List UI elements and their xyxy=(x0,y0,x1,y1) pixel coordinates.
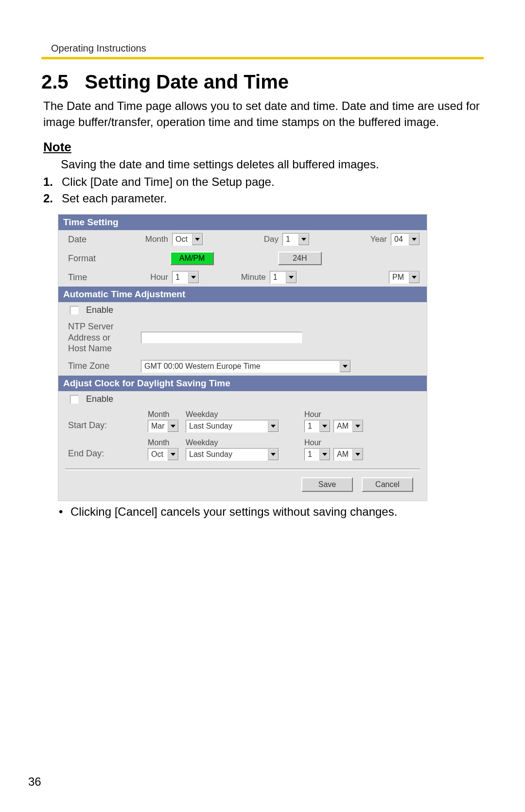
svg-marker-4 xyxy=(289,276,294,279)
year-value: 04 xyxy=(391,234,409,245)
chevron-down-icon xyxy=(352,420,363,432)
hour-label: Hour xyxy=(141,272,170,282)
date-label: Date xyxy=(68,235,141,245)
note-text: Saving the date and time settings delete… xyxy=(61,158,484,171)
svg-marker-9 xyxy=(322,425,327,428)
timezone-label: Time Zone xyxy=(68,361,141,371)
minute-select[interactable]: 1 xyxy=(270,271,297,284)
svg-marker-13 xyxy=(322,453,327,456)
start-weekday-value: Last Sunday xyxy=(186,420,268,432)
dst-enable-checkbox[interactable] xyxy=(70,395,79,404)
ampm-select[interactable]: PM xyxy=(389,271,420,284)
start-month-value: Mar xyxy=(148,420,168,432)
step-1-text: Click [Date and Time] on the Setup page. xyxy=(62,175,275,189)
time-row: Time Hour 1 Minute 1 PM xyxy=(58,268,427,287)
start-month-head: Month xyxy=(148,410,169,419)
chevron-down-icon xyxy=(409,271,420,283)
year-label: Year xyxy=(370,235,389,244)
chevron-down-icon xyxy=(319,449,330,460)
time-label: Time xyxy=(68,272,141,283)
hour-value: 1 xyxy=(173,271,188,283)
end-weekday-value: Last Sunday xyxy=(186,449,268,460)
chevron-down-icon xyxy=(298,234,309,245)
auto-adjust-bar: Automatic Time Adjustment xyxy=(58,287,427,302)
chevron-down-icon xyxy=(409,234,420,245)
end-ampm-select[interactable]: AM xyxy=(333,448,364,461)
note-heading: Note xyxy=(43,140,484,155)
chevron-down-icon xyxy=(352,449,363,460)
dst-start-row: Start Day: Month Mar Weekday Last Sunday… xyxy=(58,407,427,435)
month-value: Oct xyxy=(173,234,192,245)
svg-marker-3 xyxy=(191,276,196,279)
svg-marker-12 xyxy=(271,453,276,456)
cancel-button[interactable]: Cancel xyxy=(362,477,413,492)
end-month-head: Month xyxy=(148,438,169,447)
chevron-down-icon xyxy=(340,361,350,372)
start-weekday-select[interactable]: Last Sunday xyxy=(186,420,279,433)
svg-marker-6 xyxy=(343,365,348,368)
dst-enable-label: Enable xyxy=(86,394,113,404)
section-title: Setting Date and Time xyxy=(85,71,289,93)
format-ampm-button[interactable]: AM/PM xyxy=(170,252,214,265)
ntp-label-l3: Host Name xyxy=(68,343,112,353)
format-row: Format AM/PM 24H xyxy=(58,249,427,268)
start-day-label: Start Day: xyxy=(68,420,141,433)
end-month-value: Oct xyxy=(148,449,168,460)
day-label: Day xyxy=(264,235,280,244)
header-rule xyxy=(41,57,484,59)
running-header: Operating Instructions xyxy=(51,43,484,54)
chevron-down-icon xyxy=(268,449,279,460)
svg-marker-11 xyxy=(171,453,175,456)
year-select[interactable]: 04 xyxy=(391,233,420,246)
save-button[interactable]: Save xyxy=(301,477,353,492)
hour-select[interactable]: 1 xyxy=(172,271,199,284)
ntp-label: NTP Server Address or Host Name xyxy=(68,321,141,354)
divider xyxy=(65,469,420,470)
minute-value: 1 xyxy=(270,271,286,283)
auto-enable-checkbox[interactable] xyxy=(70,306,79,315)
end-hour-head: Hour xyxy=(304,438,321,447)
section-intro: The Date and Time page allows you to set… xyxy=(43,98,484,130)
start-ampm-value: AM xyxy=(334,420,352,432)
dst-enable-row: Enable xyxy=(58,391,427,407)
start-month-select[interactable]: Mar xyxy=(148,420,179,433)
day-select[interactable]: 1 xyxy=(282,233,310,246)
chevron-down-icon xyxy=(168,420,178,432)
svg-marker-1 xyxy=(301,238,306,241)
ntp-input[interactable] xyxy=(141,332,302,343)
chevron-down-icon xyxy=(319,420,330,432)
section-number: 2.5 xyxy=(41,71,69,93)
month-select[interactable]: Oct xyxy=(172,233,203,246)
month-label: Month xyxy=(141,235,170,244)
ntp-row: NTP Server Address or Host Name xyxy=(58,318,427,357)
svg-marker-14 xyxy=(355,453,360,456)
date-row: Date Month Oct Day 1 Year 04 xyxy=(58,230,427,249)
time-setting-bar: Time Setting xyxy=(58,215,427,230)
start-weekday-head: Weekday xyxy=(186,410,218,419)
start-hour-value: 1 xyxy=(305,420,319,432)
format-label: Format xyxy=(68,253,141,264)
button-row: Save Cancel xyxy=(58,477,427,492)
end-hour-value: 1 xyxy=(305,449,319,460)
end-month-select[interactable]: Oct xyxy=(148,448,179,461)
format-24h-button[interactable]: 24H xyxy=(278,252,322,265)
end-hour-select[interactable]: 1 xyxy=(304,448,331,461)
timezone-row: Time Zone GMT 00:00 Western Europe Time xyxy=(58,357,427,376)
start-ampm-select[interactable]: AM xyxy=(333,420,364,433)
start-hour-select[interactable]: 1 xyxy=(304,420,331,433)
footnote-text: Clicking [Cancel] cancels your settings … xyxy=(70,505,397,518)
ntp-label-l2: Address or xyxy=(68,333,110,343)
end-ampm-value: AM xyxy=(334,449,352,460)
svg-marker-5 xyxy=(412,276,417,279)
svg-marker-8 xyxy=(271,425,276,428)
ampm-value: PM xyxy=(389,271,409,283)
auto-enable-label: Enable xyxy=(86,305,113,315)
auto-enable-row: Enable xyxy=(58,302,427,318)
timezone-value: GMT 00:00 Western Europe Time xyxy=(141,361,340,372)
svg-marker-10 xyxy=(355,425,360,428)
step-2-number: 2. xyxy=(43,192,58,205)
step-2-text: Set each parameter. xyxy=(62,192,167,205)
end-weekday-select[interactable]: Last Sunday xyxy=(186,448,279,461)
svg-marker-0 xyxy=(195,238,200,241)
timezone-select[interactable]: GMT 00:00 Western Europe Time xyxy=(141,360,351,373)
